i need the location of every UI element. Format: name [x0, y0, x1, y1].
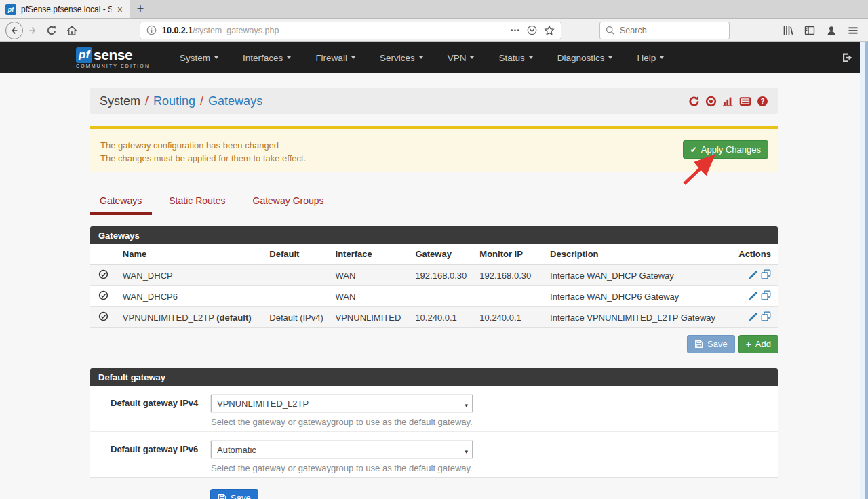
bookmark-star-icon[interactable] [544, 25, 555, 36]
status-circle-icon[interactable] [705, 96, 717, 107]
gateway-default: Default (IPv4) [264, 307, 330, 328]
main-menu: System Interfaces Firewall Services VPN … [167, 53, 676, 63]
gateway-address [410, 286, 474, 307]
pfsense-favicon-icon: pf [5, 4, 16, 15]
menu-item-vpn[interactable]: VPN [435, 53, 487, 63]
chevron-down-icon [529, 56, 533, 59]
page-actions-icon[interactable] [510, 25, 520, 35]
sidebar-icon[interactable] [804, 25, 815, 36]
tab-title: pfSense.pfsense.local - S [21, 5, 112, 14]
logout-icon[interactable] [842, 52, 853, 63]
chevron-down-icon [419, 56, 423, 59]
enabled-check-circle-icon [98, 311, 108, 321]
col-description: Description [545, 244, 733, 264]
chevron-down-icon [287, 56, 291, 59]
default-gateway-ipv6-help: Select the gateway or gatewaygroup to us… [211, 463, 473, 473]
gateway-address: 192.168.0.30 [410, 264, 474, 286]
default-gateway-ipv4-row: Default gateway IPv4 VPNUNLIMITED_L2TP ▼… [90, 386, 778, 431]
chevron-down-icon [608, 56, 612, 59]
tab-close-icon[interactable]: × [116, 4, 124, 15]
search-box[interactable] [599, 22, 730, 39]
help-icon[interactable]: ? [757, 96, 768, 107]
apply-changes-alert: The gateway configuration has been chang… [90, 126, 778, 172]
plus-icon: + [746, 340, 751, 349]
library-icon[interactable] [783, 25, 793, 36]
search-input[interactable] [620, 26, 708, 35]
chevron-down-icon [660, 56, 664, 59]
copy-icon[interactable] [761, 290, 771, 300]
browser-tab[interactable]: pf pfSense.pfsense.local - S × [0, 0, 130, 18]
edit-pencil-icon[interactable] [749, 312, 758, 321]
breadcrumb-routing-link[interactable]: Routing [153, 94, 195, 108]
forward-button[interactable] [27, 26, 38, 35]
gateway-name: VPNUNLIMITED_L2TP (default) [117, 307, 264, 328]
scrollbar[interactable] [860, 42, 868, 499]
refresh-icon[interactable] [688, 96, 700, 107]
menu-item-firewall[interactable]: Firewall [303, 53, 368, 63]
col-actions: Actions [733, 244, 778, 264]
account-icon[interactable] [826, 25, 837, 36]
col-gateway: Gateway [410, 244, 474, 264]
back-button[interactable] [5, 22, 23, 39]
tab-gateways[interactable]: Gateways [90, 190, 152, 215]
pfsense-navbar: pf sense COMMUNITY EDITION System Interf… [0, 42, 868, 73]
gateway-description: Interface WAN_DHCP Gateway [545, 264, 733, 286]
gateway-default [264, 264, 330, 286]
monitor-graph-icon[interactable] [722, 96, 734, 107]
search-icon [606, 26, 615, 35]
menu-item-services[interactable]: Services [368, 53, 435, 63]
log-list-icon[interactable] [739, 96, 751, 107]
gateway-default [264, 286, 330, 307]
gateway-name: WAN_DHCP [117, 264, 264, 286]
new-tab-button[interactable]: + [130, 0, 151, 18]
edit-pencil-icon[interactable] [749, 291, 758, 300]
gateway-interface: WAN [330, 286, 410, 307]
menu-item-interfaces[interactable]: Interfaces [231, 53, 303, 63]
gateways-panel: Gateways Name Default Interface Gateway [90, 226, 778, 328]
tab-gateway-groups[interactable]: Gateway Groups [243, 190, 334, 215]
scrollbar-thumb[interactable] [865, 42, 868, 499]
default-gateway-ipv6-select[interactable]: Automatic [211, 441, 473, 458]
reload-button[interactable] [46, 25, 57, 36]
url-bar[interactable]: 10.0.2.1/system_gateways.php [140, 22, 561, 39]
copy-icon[interactable] [761, 269, 771, 279]
breadcrumb-system: System [100, 94, 140, 108]
screen: pf pfSense.pfsense.local - S × + 10.0.2.… [0, 0, 868, 499]
menu-item-help[interactable]: Help [625, 53, 676, 63]
pfsense-brand-text: sense [94, 47, 132, 63]
gateway-interface: WAN [330, 264, 410, 286]
alert-message-line2: The changes must be applied for them to … [100, 152, 768, 165]
edit-pencil-icon[interactable] [749, 270, 758, 279]
copy-icon[interactable] [761, 311, 771, 321]
save-order-button[interactable]: Save [687, 335, 735, 353]
default-gateway-ipv4-help: Select the gateway or gatewaygroup to us… [211, 417, 473, 427]
pfsense-logo[interactable]: pf sense COMMUNITY EDITION [76, 47, 150, 68]
save-button[interactable]: Save [210, 489, 258, 499]
url-path: /system_gateways.php [193, 26, 279, 35]
page-body: System / Routing / Gateways [0, 73, 868, 499]
apply-changes-button[interactable]: ✔ Apply Changes [683, 140, 768, 159]
menu-item-status[interactable]: Status [486, 53, 545, 63]
menu-hamburger-icon[interactable] [848, 25, 859, 36]
pfsense-logo-badge: pf [76, 47, 92, 63]
tab-static-routes[interactable]: Static Routes [159, 190, 235, 215]
gateway-interface: VPNUNLIMITED [330, 307, 410, 328]
gateways-panel-title: Gateways [90, 226, 778, 244]
breadcrumb: System / Routing / Gateways [90, 88, 778, 114]
home-button[interactable] [66, 25, 77, 36]
menu-item-system[interactable]: System [167, 53, 231, 63]
breadcrumb-gateways-link[interactable]: Gateways [208, 94, 262, 108]
floppy-icon [218, 494, 226, 499]
menu-item-diagnostics[interactable]: Diagnostics [545, 53, 625, 63]
chevron-down-icon [351, 56, 355, 59]
site-info-icon[interactable] [146, 25, 157, 35]
pfsense-brand-subtext: COMMUNITY EDITION [76, 64, 150, 68]
default-gateway-panel-title: Default gateway [90, 368, 778, 386]
add-gateway-button[interactable]: + Add [738, 335, 778, 353]
gateway-monitor-ip [474, 286, 545, 307]
alert-message-line1: The gateway configuration has been chang… [100, 139, 768, 152]
url-host: 10.0.2.1 [162, 26, 193, 35]
gateway-monitor-ip: 192.168.0.30 [474, 264, 545, 286]
pocket-icon[interactable] [527, 25, 537, 35]
default-gateway-ipv4-select[interactable]: VPNUNLIMITED_L2TP [211, 395, 473, 412]
